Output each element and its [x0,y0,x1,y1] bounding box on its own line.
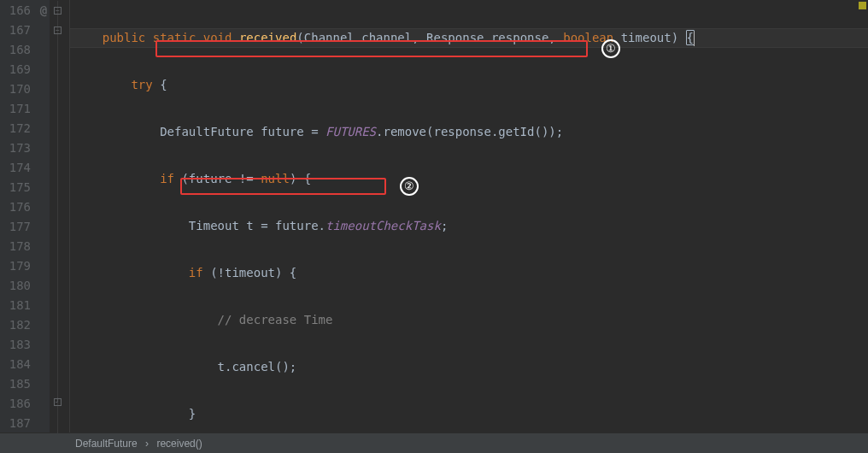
line-number: 171 [0,99,38,119]
line-number: 187 [0,414,38,433]
line-number: 182 [0,315,38,335]
line-number: 166 [0,1,38,21]
line-number: 177 [0,217,38,237]
vcs-marker: @ [38,1,50,21]
line-number: 173 [0,138,38,158]
line-number-gutter: 166 167 168 169 170 171 172 173 174 175 … [0,0,38,432]
code-line[interactable]: t.cancel(); [73,357,868,377]
caret-icon [694,32,695,46]
line-number: 167 [0,21,38,40]
line-number: 185 [0,374,38,394]
code-editor[interactable]: 166 167 168 169 170 171 172 173 174 175 … [0,0,868,432]
line-number: 176 [0,197,38,217]
code-line[interactable]: if (!timeout) { [73,263,868,283]
fold-column[interactable]: − − ┘ [50,0,70,432]
code-line[interactable]: DefaultFuture future = FUTURES.remove(re… [73,122,868,142]
code-line[interactable]: Timeout t = future.timeoutCheckTask; [73,216,868,236]
fold-minus-icon[interactable]: − [54,7,62,15]
line-number: 170 [0,79,38,99]
line-number: 168 [0,40,38,60]
line-number: 180 [0,276,38,296]
code-line[interactable]: public static void received(Channel chan… [73,28,868,48]
fold-minus-icon[interactable]: − [54,26,62,34]
code-line[interactable]: try { [73,75,868,95]
line-number: 184 [0,355,38,374]
line-number: 186 [0,394,38,414]
line-number: 181 [0,296,38,315]
code-line[interactable]: } [73,404,868,424]
code-line[interactable]: // decrease Time [73,310,868,330]
line-number: 179 [0,256,38,276]
line-number: 169 [0,60,38,79]
line-number: 172 [0,119,38,138]
vcs-column: @ [38,0,50,432]
line-number: 174 [0,158,38,178]
line-number: 183 [0,335,38,355]
warning-stripe-icon[interactable] [859,2,866,9]
fold-end-icon[interactable]: ┘ [54,398,62,406]
line-number: 178 [0,237,38,256]
code-line[interactable]: if (future != null) { [73,169,868,189]
code-area[interactable]: public static void received(Channel chan… [70,0,868,432]
line-number: 175 [0,178,38,197]
